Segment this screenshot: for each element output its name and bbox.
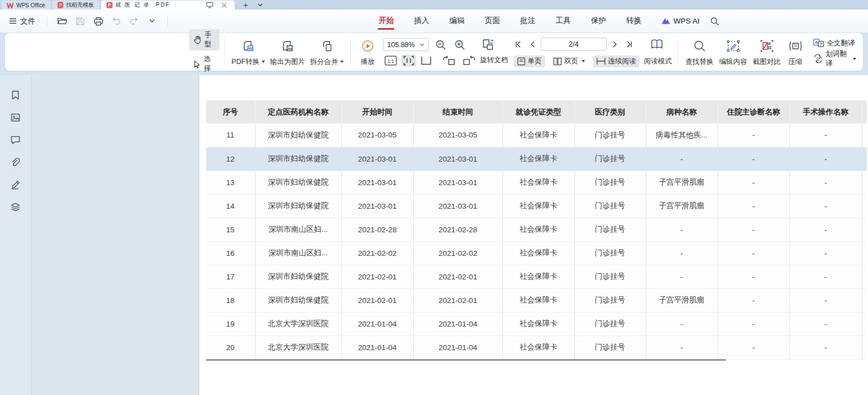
table-cell: 病毒性其他疾... [646,123,718,147]
tab-docer-templates[interactable]: 找稻壳模板 [52,1,99,10]
attachment-icon[interactable] [10,157,21,167]
menu-tab-edit[interactable]: 编辑 [449,12,465,30]
zoom-level-dropdown[interactable]: 105.88% [383,38,429,51]
search-icon[interactable] [709,15,721,27]
menu-tab-tools[interactable]: 工具 [555,12,571,30]
table-row[interactable]: 18深圳市妇幼保健院2021-02-012021-02-01社会保障卡门诊挂号子… [206,288,867,312]
close-tab-icon[interactable] [220,1,230,10]
save-icon[interactable] [74,15,86,27]
menu-tab-insert[interactable]: 插入 [413,12,430,30]
table-row[interactable]: 15深圳市南山区妇...2021-02-282021-02-28社会保障卡门诊挂… [206,218,867,241]
continuous-read-button[interactable]: 连续阅读 [593,56,639,67]
docer-icon [57,2,63,8]
open-folder-icon[interactable] [56,15,68,27]
left-sidebar [0,75,31,395]
table-row[interactable]: 17深圳市妇幼保健院2021-02-012021-02-01社会保障卡门诊挂号-… [206,265,867,288]
svg-text:W: W [249,45,253,50]
rotate-right-icon[interactable] [460,54,477,67]
compress-button[interactable]: 压缩 [784,36,807,68]
full-text-translate-button[interactable]: A 全文翻译 [811,38,858,49]
last-page-icon[interactable] [623,40,634,49]
table-row[interactable]: 11深圳市妇幼保健院2021-03-052021-03-05社会保障卡门诊挂号病… [206,123,867,147]
rotate-doc-label[interactable]: 旋转文档 [480,56,508,65]
word-translate-button[interactable]: 文A 划词翻译 [811,49,858,69]
comment-icon[interactable] [10,135,21,145]
play-button[interactable]: 播放 [356,36,380,68]
continuous-read-icon [596,57,606,65]
table-header-cell: 病种名称 [646,100,718,123]
tab-list-chevron-icon[interactable] [255,1,266,10]
table-cell: 社会保障卡 [502,336,574,359]
actual-size-icon[interactable]: 1:1 [383,54,399,67]
bookmark-icon[interactable] [10,90,21,100]
table-row[interactable]: 19北京大学深圳医院2021-01-042021-01-04社会保障卡门诊挂号-… [206,312,867,336]
svg-text:A: A [819,55,822,60]
table-row[interactable]: 20北京大学深圳医院2021-01-042021-01-04社会保障卡门诊挂号-… [206,336,867,359]
table-row[interactable]: 13深圳市妇幼保健院2021-03-012021-03-01社会保障卡门诊挂号子… [206,171,867,194]
hand-icon [193,35,202,44]
zoom-out-icon[interactable] [433,38,448,52]
chevron-down-icon [419,43,424,47]
table-row[interactable]: 16深圳市南山区妇...2021-02-022021-02-02社会保障卡门诊挂… [206,241,867,265]
table-cell: 门诊挂号 [574,218,646,241]
double-page-button[interactable]: 双页 [550,56,588,67]
fit-page-icon[interactable] [419,55,433,66]
tab-document[interactable]: P 就 医 记 录 .PDF [101,1,235,10]
tab-wps-office[interactable]: WPS Office [2,1,51,10]
split-merge-button[interactable]: 拆分合并 [309,36,345,68]
menu-tab-convert[interactable]: 转换 [625,12,642,30]
table-cell: - [789,288,862,312]
next-page-icon[interactable] [611,40,619,49]
menu-tab-page[interactable]: 页面 [484,12,500,30]
table-row[interactable]: 12深圳市妇幼保健院2021-03-012021-03-01社会保障卡门诊挂号-… [206,147,867,171]
thumbnail-icon[interactable] [10,112,21,122]
export-as-image-button[interactable]: 输出为图片 [267,36,309,68]
svg-text:P: P [108,2,111,8]
undo-icon[interactable] [110,15,122,27]
find-replace-button[interactable]: 查找替换 [683,36,716,68]
table-header-cell: 开始时间 [341,100,413,123]
pdf-convert-label: PDF转换 [231,57,259,67]
table-cell-clipped [862,171,867,194]
menu-tab-home[interactable]: 开始 [378,12,394,30]
table-cell: 门诊挂号 [574,241,646,265]
print-icon[interactable] [92,15,104,27]
zoom-in-icon[interactable] [453,38,467,52]
page-indicator-input[interactable] [541,38,607,50]
menu-tab-protect[interactable]: 保护 [590,12,606,30]
single-page-button[interactable]: 单页 [514,56,545,67]
edit-content-button[interactable]: 编辑内容 [716,36,750,68]
layers-icon[interactable] [10,202,21,212]
workspace: 序号定点医药机构名称开始时间结束时间就诊凭证类型医疗类别病种名称住院主诊断名称手… [0,75,868,395]
table-cell-clipped [862,288,867,312]
rotate-pages-icon[interactable] [479,37,497,53]
table-row[interactable]: 14深圳市妇幼保健院2021-03-012021-03-01社会保障卡门诊挂号子… [206,194,867,218]
table-cell: 社会保障卡 [502,218,574,241]
presentation-monitor-icon[interactable] [205,1,215,10]
read-mode-label[interactable]: 阅读模式 [644,57,672,66]
redo-icon[interactable] [128,15,140,27]
table-cell: 16 [206,241,255,265]
hand-tool-button[interactable]: 手型 [189,29,220,50]
menu-tab-comment[interactable]: 批注 [519,12,536,30]
zoom-level-value: 105.88% [387,41,415,49]
first-page-icon[interactable] [514,40,524,49]
history-chevron-icon[interactable] [146,15,158,27]
table-cell: 2021-02-01 [341,265,413,288]
select-tool-button[interactable]: 选择 [189,53,220,75]
fit-width-icon[interactable] [401,54,416,67]
table-header-row: 序号定点医药机构名称开始时间结束时间就诊凭证类型医疗类别病种名称住院主诊断名称手… [206,100,867,123]
previous-page-icon[interactable] [528,40,537,49]
rotate-left-icon[interactable] [441,54,458,67]
export-image-label: 输出为图片 [270,57,305,67]
wps-ai-button[interactable]: WPS AI [661,17,700,25]
signature-pen-icon[interactable] [10,180,21,190]
file-menu-button[interactable]: 文件 [7,15,38,28]
read-mode-book-icon[interactable] [648,37,666,52]
table-cell: - [718,312,789,336]
table-cell: 2021-01-04 [413,336,502,359]
screenshot-compare-button[interactable]: 截图对比 [750,36,784,68]
pdf-convert-button[interactable]: W PDF转换 [230,36,267,68]
table-cell: 18 [206,288,255,312]
new-tab-button[interactable]: + [241,1,251,10]
